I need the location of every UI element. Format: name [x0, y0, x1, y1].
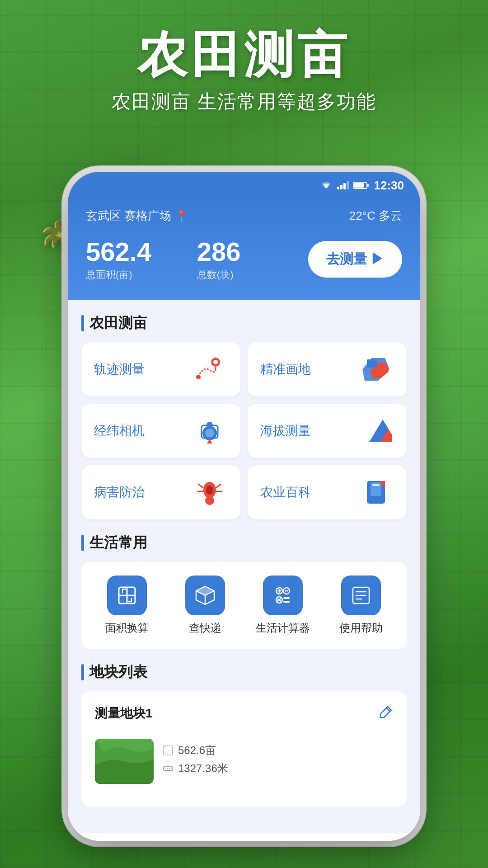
precise-draw-label: 精准画地 — [260, 361, 311, 378]
svg-rect-42 — [283, 597, 290, 599]
encyclopedia-icon — [358, 479, 394, 506]
phone-mockup: 12:30 玄武区 赛格广场 📍 22°C 多云 562.4 总面积(亩) 28… — [68, 172, 420, 841]
svg-marker-30 — [196, 586, 214, 595]
land-item[interactable]: 562.6亩 1327.36米 — [95, 730, 393, 793]
svg-rect-50 — [164, 746, 173, 755]
life-grid: 面积换算 查快递 — [81, 562, 407, 649]
land-list-section: 地块列表 测量地块1 — [81, 662, 407, 807]
altitude-label: 海拔测量 — [260, 422, 311, 439]
altitude-icon — [358, 417, 394, 444]
svg-rect-43 — [283, 601, 290, 603]
land-perimeter-row: 1327.36米 — [163, 761, 393, 776]
coordinate-camera-icon — [192, 417, 228, 444]
battery-icon — [353, 181, 370, 189]
status-bar: 12:30 — [68, 172, 420, 199]
land-section-accent — [81, 664, 84, 680]
land-list-section-title: 地块列表 — [81, 662, 407, 682]
coordinate-camera-card[interactable]: 经纬相机 — [81, 404, 240, 458]
svg-rect-8 — [367, 359, 377, 368]
life-section-accent — [81, 535, 84, 551]
total-count-value: 286 — [197, 237, 308, 266]
life-section-title: 生活常用 — [81, 533, 407, 553]
track-package-icon — [185, 576, 225, 615]
help-item[interactable]: 使用帮助 — [324, 576, 398, 635]
farming-section: 农田测亩 轨迹测量 — [81, 313, 407, 519]
altitude-card[interactable]: 海拔测量 — [248, 404, 407, 458]
weather-info: 22°C 多云 — [349, 208, 402, 224]
help-label: 使用帮助 — [339, 621, 383, 635]
signal-icon — [337, 181, 349, 189]
track-label: 轨迹测量 — [94, 361, 145, 378]
encyclopedia-card[interactable]: 农业百科 — [248, 465, 407, 519]
perimeter-icon — [163, 763, 174, 774]
life-calculator-label: 生活计算器 — [256, 621, 310, 635]
encyclopedia-label: 农业百科 — [260, 484, 311, 501]
total-count-stat: 286 总数(块) — [197, 237, 308, 282]
location-row: 玄武区 赛格广场 📍 22°C 多云 — [86, 208, 402, 224]
total-area-stat: 562.4 总面积(亩) — [86, 237, 197, 282]
svg-rect-51 — [164, 767, 173, 770]
track-icon — [192, 356, 228, 383]
area-conversion-item[interactable]: 面积换算 — [90, 576, 164, 635]
help-icon — [341, 576, 381, 615]
svg-rect-1 — [367, 184, 369, 187]
area-conversion-icon — [107, 576, 147, 615]
total-count-label: 总数(块) — [197, 268, 308, 282]
measure-button[interactable]: 去测量 ▶ — [308, 241, 402, 278]
track-package-item[interactable]: 查快递 — [169, 576, 242, 635]
svg-rect-2 — [354, 183, 364, 188]
land-item-name: 测量地块1 — [95, 705, 153, 722]
svg-point-16 — [206, 486, 213, 495]
area-icon — [163, 745, 174, 756]
hero-title: 农田测亩 — [0, 27, 488, 82]
location-pin-icon: 📍 — [175, 210, 188, 222]
farming-grid: 轨迹测量 精准画地 — [81, 342, 407, 519]
track-package-label: 查快递 — [189, 621, 221, 635]
total-area-value: 562.4 — [86, 237, 197, 266]
land-thumbnail — [95, 739, 154, 784]
svg-rect-24 — [372, 484, 380, 486]
svg-line-18 — [216, 484, 221, 488]
land-area-row: 562.6亩 — [163, 743, 393, 758]
life-section: 生活常用 面积换算 — [81, 533, 407, 649]
precise-draw-icon — [358, 356, 394, 383]
location-info: 玄武区 赛格广场 📍 — [86, 208, 188, 224]
life-calculator-item[interactable]: 生活计算器 — [246, 576, 320, 635]
wifi-icon — [320, 180, 333, 190]
land-area-value: 562.6亩 — [178, 743, 216, 758]
area-conversion-label: 面积换算 — [105, 621, 149, 635]
hero-subtitle: 农田测亩 生活常用等超多功能 — [0, 89, 488, 114]
app-content: 农田测亩 轨迹测量 — [68, 300, 420, 833]
status-time: 12:30 — [374, 179, 404, 193]
coordinate-camera-label: 经纬相机 — [94, 422, 145, 439]
land-list-container: 测量地块1 — [81, 691, 407, 807]
svg-line-17 — [198, 484, 203, 488]
svg-point-10 — [205, 429, 214, 438]
section-accent — [81, 315, 84, 331]
status-icons: 12:30 — [320, 179, 404, 193]
total-area-label: 总面积(亩) — [86, 268, 197, 282]
land-perimeter-value: 1327.36米 — [178, 761, 228, 776]
svg-point-5 — [196, 375, 201, 379]
track-measurement-card[interactable]: 轨迹测量 — [81, 342, 240, 396]
location-text: 玄武区 赛格广场 — [86, 208, 171, 224]
pest-control-label: 病害防治 — [94, 484, 145, 501]
svg-point-21 — [205, 496, 214, 505]
land-item-header: 测量地块1 — [95, 705, 393, 722]
stats-row: 562.4 总面积(亩) 286 总数(块) 去测量 ▶ — [86, 237, 402, 282]
pest-control-icon — [192, 479, 228, 506]
app-header: 玄武区 赛格广场 📍 22°C 多云 562.4 总面积(亩) 286 总数(块… — [68, 199, 420, 300]
precise-draw-card[interactable]: 精准画地 — [248, 342, 407, 396]
pest-control-card[interactable]: 病害防治 — [81, 465, 240, 519]
farming-section-title: 农田测亩 — [81, 313, 407, 333]
life-calculator-icon — [263, 576, 303, 615]
hero-section: 农田测亩 农田测亩 生活常用等超多功能 — [0, 27, 488, 114]
svg-point-4 — [213, 360, 218, 364]
land-edit-icon[interactable] — [379, 705, 393, 722]
land-info: 562.6亩 1327.36米 — [163, 743, 393, 779]
